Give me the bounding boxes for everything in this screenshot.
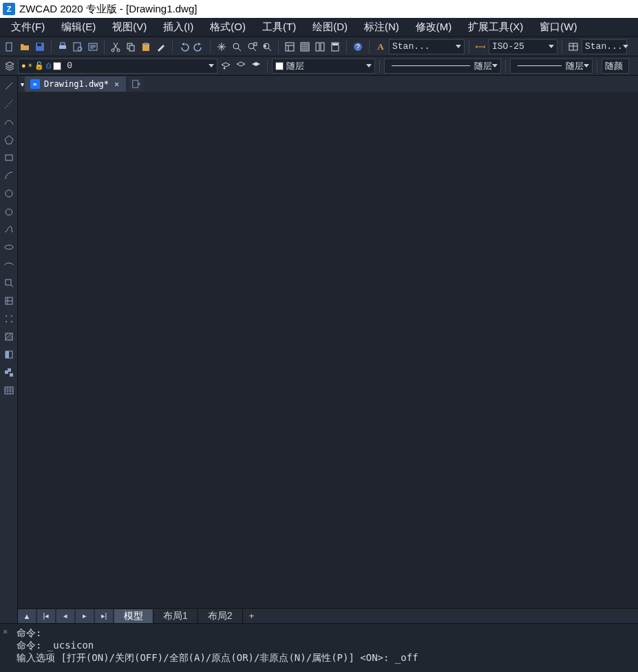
line-tool-icon[interactable]	[1, 78, 17, 94]
tab-up-icon[interactable]: ▲	[18, 609, 36, 623]
help-icon[interactable]: ?	[351, 40, 365, 54]
menu-view[interactable]: 视图(V)	[104, 18, 155, 36]
text-style-dropdown[interactable]: Stan...	[389, 39, 465, 54]
color-dropdown[interactable]: 随层	[272, 59, 375, 74]
layer-isolate-icon[interactable]	[234, 59, 248, 73]
pan-icon[interactable]	[215, 40, 228, 54]
toolbar-layers: ● ☀ 🔓 ⎙ 0 随层 随层 随层 随颜	[0, 56, 638, 76]
menu-draw[interactable]: 绘图(D)	[304, 18, 356, 36]
svg-point-15	[248, 43, 254, 49]
dim-style-icon[interactable]	[474, 40, 487, 54]
color-value: 随层	[286, 60, 304, 72]
revcloud-tool-icon[interactable]	[1, 204, 17, 219]
svg-rect-18	[286, 43, 294, 51]
layout-tab-layout2[interactable]: 布局2	[198, 609, 243, 623]
chevron-down-icon	[623, 45, 628, 48]
layer-dropdown[interactable]: ● ☀ 🔓 ⎙ 0	[18, 59, 217, 74]
redo-icon[interactable]	[192, 40, 206, 54]
region-tool-icon[interactable]	[1, 365, 17, 380]
properties-icon[interactable]	[283, 40, 297, 54]
command-history[interactable]: 命令: 命令: _ucsicon 输入选项 [打开(ON)/关闭(OFF)/全部…	[17, 627, 634, 664]
polyline-tool-icon[interactable]	[1, 114, 17, 129]
design-center-icon[interactable]	[298, 40, 312, 54]
menu-extras[interactable]: 扩展工具(X)	[460, 18, 531, 36]
svg-rect-4	[61, 43, 65, 45]
menu-window[interactable]: 窗口(W)	[531, 18, 585, 36]
ellipse-tool-icon[interactable]	[1, 240, 17, 255]
svg-line-27	[6, 83, 12, 90]
linetype-sample-icon	[392, 65, 470, 66]
polygon-tool-icon[interactable]	[1, 132, 17, 147]
match-properties-icon[interactable]	[154, 40, 168, 54]
open-file-icon[interactable]	[18, 40, 32, 54]
tool-palettes-icon[interactable]	[313, 40, 327, 54]
rectangle-tool-icon[interactable]	[1, 150, 17, 165]
svg-rect-11	[129, 45, 134, 51]
save-icon[interactable]	[33, 40, 47, 54]
print-preview-icon[interactable]	[71, 40, 85, 54]
arc-tool-icon[interactable]	[1, 168, 17, 183]
svg-rect-0	[6, 43, 12, 51]
zoom-previous-icon[interactable]	[260, 40, 274, 54]
menu-format[interactable]: 格式(O)	[202, 18, 254, 36]
hatch-tool-icon[interactable]	[1, 329, 17, 344]
make-block-icon[interactable]	[1, 293, 17, 308]
copy-icon[interactable]	[124, 40, 138, 54]
svg-point-37	[6, 321, 7, 322]
layout-add-icon[interactable]: +	[243, 609, 261, 623]
insert-block-icon[interactable]	[1, 275, 17, 291]
new-document-tab-icon[interactable]	[129, 77, 144, 91]
layout-tab-layout1[interactable]: 布局1	[153, 609, 198, 623]
toolbar-draw	[0, 76, 18, 623]
tab-last-icon[interactable]: ▸|	[95, 609, 113, 623]
svg-rect-21	[321, 43, 324, 51]
menu-bar: 文件(F) 编辑(E) 视图(V) 插入(I) 格式(O) 工具(T) 绘图(D…	[0, 18, 638, 37]
layout-tab-model[interactable]: 模型	[114, 609, 153, 623]
layer-manager-icon[interactable]	[3, 59, 17, 73]
publish-icon[interactable]	[86, 40, 100, 54]
svg-rect-3	[59, 45, 66, 49]
drawing-canvas[interactable]	[18, 92, 638, 608]
table-style-dropdown[interactable]: Stan...	[582, 39, 627, 54]
new-file-icon[interactable]	[3, 40, 17, 54]
menu-insert[interactable]: 插入(I)	[155, 18, 202, 36]
svg-rect-23	[332, 43, 338, 45]
tab-next-icon[interactable]: ▸	[76, 609, 94, 623]
menu-tools[interactable]: 工具(T)	[254, 18, 304, 36]
app-logo-icon: Z	[3, 3, 15, 15]
spline-tool-icon[interactable]	[1, 222, 17, 237]
close-commandline-icon[interactable]: ✕	[3, 627, 12, 636]
gradient-tool-icon[interactable]	[1, 347, 17, 362]
point-tool-icon[interactable]	[1, 311, 17, 326]
menu-file[interactable]: 文件(F)	[3, 18, 53, 36]
print-icon[interactable]	[56, 40, 70, 54]
circle-tool-icon[interactable]	[1, 186, 17, 201]
menu-edit[interactable]: 编辑(E)	[53, 18, 104, 36]
layer-previous-icon[interactable]	[219, 59, 233, 73]
document-tab[interactable]: ≡ Drawing1.dwg* ✕	[25, 76, 126, 92]
cut-icon[interactable]	[109, 40, 123, 54]
zoom-window-icon[interactable]	[245, 40, 259, 54]
construction-line-icon[interactable]	[1, 96, 17, 112]
paste-icon[interactable]	[139, 40, 153, 54]
zoom-realtime-icon[interactable]	[230, 40, 244, 54]
tab-first-icon[interactable]: |◂	[37, 609, 55, 623]
undo-icon[interactable]	[177, 40, 191, 54]
dim-style-dropdown[interactable]: ISO-25	[489, 39, 557, 54]
lineweight-dropdown[interactable]: 随层	[510, 59, 593, 74]
menu-modify[interactable]: 修改(M)	[407, 18, 460, 36]
svg-rect-2	[37, 43, 41, 46]
linetype-dropdown[interactable]: 随层	[384, 59, 501, 74]
table-tool-icon[interactable]	[1, 383, 17, 398]
lineweight-sample-icon	[518, 65, 562, 66]
svg-point-31	[6, 190, 12, 197]
menu-dimension[interactable]: 标注(N)	[356, 18, 407, 36]
layer-walk-icon[interactable]	[249, 59, 263, 73]
table-style-icon[interactable]	[566, 40, 580, 54]
text-style-icon[interactable]: A	[374, 40, 387, 54]
close-tab-icon[interactable]: ✕	[113, 79, 120, 89]
plotstyle-dropdown[interactable]: 随颜	[602, 59, 629, 74]
calculator-icon[interactable]	[328, 40, 342, 54]
ellipse-arc-tool-icon[interactable]	[1, 258, 17, 273]
tab-prev-icon[interactable]: ◂	[56, 609, 74, 623]
